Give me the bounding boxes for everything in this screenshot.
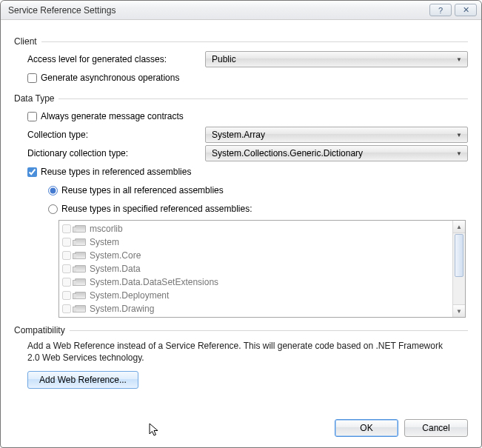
chevron-up-icon: ▲ — [456, 224, 462, 230]
close-button[interactable]: ✕ — [455, 4, 477, 16]
assembly-name: System.Core — [90, 250, 141, 261]
scroll-down-button[interactable]: ▼ — [453, 304, 465, 317]
ok-button[interactable]: OK — [335, 419, 398, 437]
assembly-checkbox[interactable] — [62, 291, 71, 300]
assembly-icon — [75, 278, 86, 286]
assembly-checkbox[interactable] — [62, 238, 71, 247]
row-always-gen: Always generate message contracts — [27, 108, 468, 124]
assembly-checkbox[interactable] — [62, 224, 71, 233]
access-level-combo[interactable]: Public ▼ — [205, 51, 468, 67]
cursor-icon — [149, 423, 161, 438]
chevron-down-icon: ▼ — [452, 52, 466, 67]
group-heading: Client — [14, 36, 41, 47]
divider — [41, 41, 468, 42]
assembly-icon — [75, 238, 86, 246]
group-data-type: Data Type Always generate message contra… — [14, 93, 468, 318]
row-reuse-spec: Reuse types in specified referenced asse… — [48, 201, 468, 217]
list-item[interactable]: System.Data — [62, 262, 449, 275]
list-item[interactable]: System.Core — [62, 249, 449, 262]
reuse-all-label: Reuse types in all referenced assemblies — [58, 185, 224, 195]
assembly-name: System.Deployment — [90, 290, 169, 301]
close-icon: ✕ — [463, 5, 469, 15]
dict-type-combo[interactable]: System.Collections.Generic.Dictionary ▼ — [205, 145, 468, 161]
dict-type-label: Dictionary collection type: — [27, 148, 205, 158]
row-access-level: Access level for generated classes: Publ… — [27, 51, 468, 67]
assembly-name: System — [90, 237, 119, 247]
collection-type-combo[interactable]: System.Array ▼ — [205, 127, 468, 143]
assembly-name: System.Data.DataSetExtensions — [90, 277, 218, 287]
reuse-all-radio[interactable] — [48, 186, 58, 195]
group-header-compat: Compatibility — [14, 325, 468, 335]
chevron-down-icon: ▼ — [452, 146, 466, 161]
collection-type-label: Collection type: — [27, 130, 205, 140]
assembly-checkbox[interactable] — [62, 264, 71, 273]
row-dict-type: Dictionary collection type: System.Colle… — [27, 145, 468, 161]
dict-type-value: System.Collections.Generic.Dictionary — [212, 148, 452, 158]
cancel-button[interactable]: Cancel — [404, 419, 468, 437]
group-header-data-type: Data Type — [14, 93, 468, 104]
assembly-name: mscorlib — [90, 224, 123, 234]
reuse-spec-label: Reuse types in specified referenced asse… — [58, 204, 252, 214]
cancel-label: Cancel — [422, 423, 449, 433]
gen-async-label: Generate asynchronous operations — [37, 73, 179, 83]
titlebar: Service Reference Settings ? ✕ — [1, 1, 481, 20]
group-heading: Data Type — [14, 93, 58, 104]
assembly-name: System.Data — [90, 264, 141, 274]
list-item[interactable]: System.Data.DataSetExtensions — [62, 275, 449, 289]
assembly-checkbox[interactable] — [62, 304, 71, 313]
reuse-label: Reuse types in referenced assemblies — [37, 167, 191, 177]
row-gen-async: Generate asynchronous operations — [27, 70, 468, 86]
divider — [58, 98, 468, 99]
list-item[interactable]: System.Deployment — [62, 289, 449, 302]
always-gen-checkbox[interactable] — [27, 112, 37, 121]
access-level-value: Public — [212, 54, 452, 64]
access-level-label: Access level for generated classes: — [27, 54, 205, 64]
assembly-icon — [75, 252, 86, 259]
list-item[interactable]: System.Drawing — [62, 302, 449, 315]
assembly-icon — [75, 265, 86, 273]
help-icon: ? — [438, 6, 443, 15]
add-web-reference-button[interactable]: Add Web Reference... — [27, 371, 138, 389]
list-item[interactable]: System — [62, 235, 449, 249]
group-client: Client Access level for generated classe… — [14, 36, 468, 86]
reuse-spec-radio[interactable] — [48, 204, 58, 214]
reuse-checkbox[interactable] — [27, 167, 37, 177]
assembly-checkbox[interactable] — [62, 251, 71, 260]
window-title: Service Reference Settings — [8, 5, 426, 16]
assembly-name: System.Drawing — [90, 304, 154, 314]
group-header-client: Client — [14, 36, 468, 47]
chevron-down-icon: ▼ — [456, 308, 462, 315]
dialog-content: Client Access level for generated classe… — [1, 20, 481, 405]
chevron-down-icon: ▼ — [452, 127, 466, 142]
add-web-reference-label: Add Web Reference... — [39, 375, 127, 385]
assembly-icon — [75, 292, 86, 299]
scroll-track[interactable] — [453, 233, 465, 304]
gen-async-checkbox[interactable] — [27, 73, 37, 83]
assembly-icon — [75, 225, 86, 233]
list-item[interactable]: mscorlib — [62, 222, 449, 235]
group-heading: Compatibility — [14, 325, 70, 335]
scrollbar[interactable]: ▲ ▼ — [452, 221, 465, 317]
scroll-up-button[interactable]: ▲ — [453, 221, 465, 233]
divider — [70, 330, 468, 331]
assemblies-list-inner: mscorlibSystemSystem.CoreSystem.DataSyst… — [59, 221, 452, 317]
row-collection-type: Collection type: System.Array ▼ — [27, 127, 468, 143]
dialog-button-row: OK Cancel — [335, 419, 468, 437]
row-reuse-all: Reuse types in all referenced assemblies — [48, 182, 468, 198]
ok-label: OK — [360, 423, 372, 433]
collection-type-value: System.Array — [212, 130, 452, 140]
group-compatibility: Compatibility Add a Web Reference instea… — [14, 325, 468, 389]
assemblies-listbox[interactable]: mscorlibSystemSystem.CoreSystem.DataSyst… — [58, 220, 466, 318]
always-gen-label: Always generate message contracts — [37, 111, 184, 121]
compat-text: Add a Web Reference instead of a Service… — [27, 340, 455, 364]
scroll-thumb[interactable] — [455, 234, 463, 277]
assembly-icon — [75, 305, 86, 312]
row-reuse: Reuse types in referenced assemblies — [27, 164, 468, 180]
help-button[interactable]: ? — [429, 4, 452, 16]
assembly-checkbox[interactable] — [62, 278, 71, 287]
